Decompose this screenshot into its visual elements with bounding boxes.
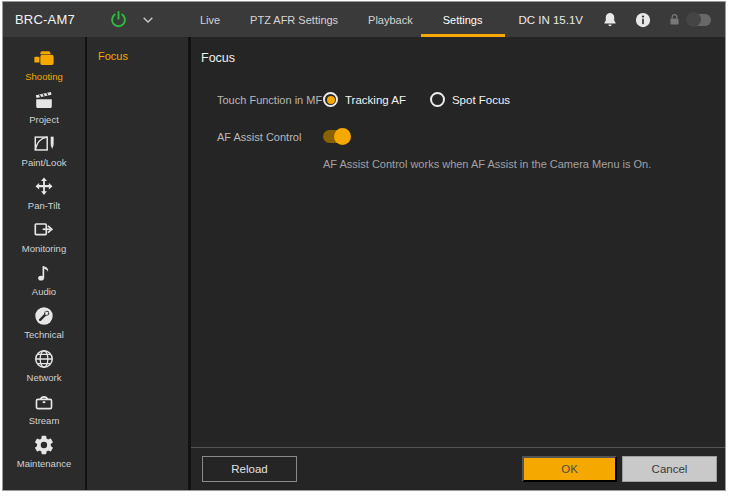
radio-spot-focus[interactable]: Spot Focus	[430, 92, 510, 107]
touch-function-label: Touch Function in MF	[217, 94, 323, 106]
sidebar-item-technical[interactable]: Technical	[3, 301, 85, 344]
content-area: Shooting Project Paint/Look	[3, 37, 725, 490]
page-title: Focus	[201, 51, 725, 65]
tab-settings[interactable]: Settings	[439, 2, 487, 37]
radio-label: Spot Focus	[452, 94, 510, 106]
sidebar-item-label: Maintenance	[17, 458, 71, 469]
sidebar-item-network[interactable]: Network	[3, 344, 85, 387]
ok-button[interactable]: OK	[522, 456, 617, 482]
reload-button[interactable]: Reload	[202, 456, 297, 482]
main-panel: Focus Touch Function in MF Tracking AF S…	[191, 37, 725, 490]
sidebar-item-label: Stream	[29, 415, 60, 426]
sidebar-item-label: Technical	[24, 329, 64, 340]
app-window: BRC-AM7 Live PTZ AFR Settings Playback S…	[2, 1, 726, 491]
wrench-circle-icon	[33, 305, 55, 327]
topbar: BRC-AM7 Live PTZ AFR Settings Playback S…	[3, 2, 725, 37]
info-icon[interactable]	[634, 11, 652, 29]
radio-unselected-icon[interactable]	[430, 92, 445, 107]
sidebar-item-maintenance[interactable]: Maintenance	[3, 430, 85, 473]
paint-curve-icon	[33, 133, 55, 155]
sidebar-item-shooting[interactable]: Shooting	[3, 43, 85, 86]
globe-icon	[33, 348, 55, 370]
sidebar-item-label: Network	[27, 372, 62, 383]
footer-bar: Reload OK Cancel	[191, 447, 725, 490]
device-name: BRC-AM7	[15, 12, 93, 27]
sidebar-item-stream[interactable]: Stream	[3, 387, 85, 430]
lock-toggle[interactable]	[687, 14, 711, 26]
toggle-knob	[334, 128, 351, 145]
pan-tilt-arrows-icon	[33, 176, 55, 198]
sidebar-item-label: Pan-Tilt	[28, 200, 60, 211]
tab-playback[interactable]: Playback	[364, 2, 417, 37]
sidebar: Shooting Project Paint/Look	[3, 37, 85, 490]
af-assist-label: AF Assist Control	[217, 131, 323, 143]
lock-control[interactable]	[667, 12, 711, 27]
lock-icon	[667, 12, 682, 27]
touch-function-row: Touch Function in MF Tracking AF Spot Fo…	[217, 92, 725, 107]
music-note-icon	[33, 262, 55, 284]
sidebar-item-label: Project	[29, 114, 59, 125]
stream-box-icon	[33, 391, 55, 413]
submenu-item-focus[interactable]: Focus	[98, 50, 188, 62]
af-assist-row: AF Assist Control	[217, 130, 725, 143]
radio-tracking-af[interactable]: Tracking AF	[323, 92, 406, 107]
camcorder-icon	[33, 47, 55, 69]
radio-selected-icon[interactable]	[323, 92, 338, 107]
cancel-button[interactable]: Cancel	[622, 456, 717, 482]
topbar-icons	[601, 11, 711, 29]
sidebar-item-project[interactable]: Project	[3, 86, 85, 129]
sidebar-item-monitoring[interactable]: Monitoring	[3, 215, 85, 258]
chevron-down-icon[interactable]	[140, 12, 156, 28]
main-tabs: Live PTZ AFR Settings Playback Settings	[174, 2, 508, 37]
sidebar-item-audio[interactable]: Audio	[3, 258, 85, 301]
bell-icon[interactable]	[601, 11, 619, 29]
af-assist-toggle[interactable]	[323, 130, 349, 143]
power-icon[interactable]	[109, 10, 128, 29]
clapperboard-icon	[33, 90, 55, 112]
sidebar-item-paint-look[interactable]: Paint/Look	[3, 129, 85, 172]
sidebar-item-label: Paint/Look	[22, 157, 67, 168]
radio-label: Tracking AF	[345, 94, 406, 106]
sidebar-item-label: Monitoring	[22, 243, 66, 254]
submenu: Focus	[87, 37, 188, 490]
sidebar-item-label: Audio	[32, 286, 56, 297]
monitor-out-icon	[33, 219, 55, 241]
af-assist-note: AF Assist Control works when AF Assist i…	[323, 158, 725, 170]
sidebar-item-label: Shooting	[25, 71, 63, 82]
sidebar-item-pan-tilt[interactable]: Pan-Tilt	[3, 172, 85, 215]
tab-live[interactable]: Live	[196, 2, 224, 37]
tab-ptz-afr-settings[interactable]: PTZ AFR Settings	[246, 2, 342, 37]
gear-icon	[33, 434, 55, 456]
touch-function-radio-group: Tracking AF Spot Focus	[323, 92, 534, 107]
power-source-status: DC IN 15.1V	[518, 14, 583, 26]
